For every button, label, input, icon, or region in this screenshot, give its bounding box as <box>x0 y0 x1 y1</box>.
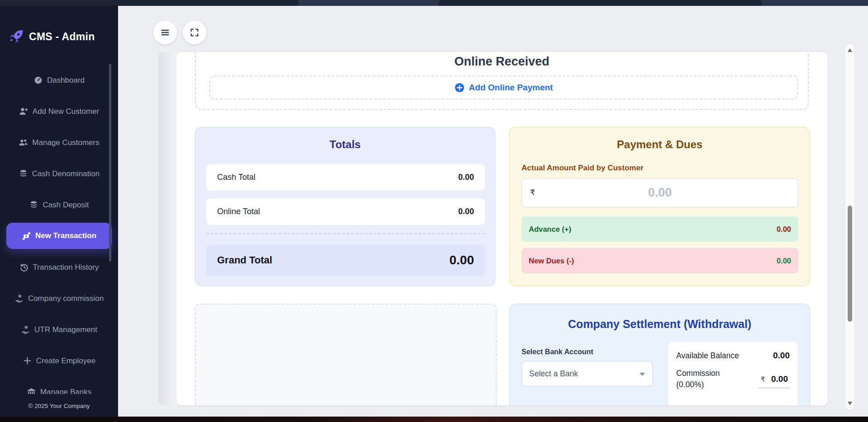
sidebar: CMS - Admin Dashboard Add New Customer M… <box>0 6 118 417</box>
totals-card: Totals Cash Total 0.00 Online Total 0.00… <box>195 127 495 286</box>
window-title-bar <box>0 0 868 6</box>
available-balance-label: Available Balance <box>676 351 739 361</box>
grand-total-label: Grand Total <box>217 254 272 266</box>
history-icon <box>19 263 29 272</box>
actual-amount-label: Actual Amount Paid by Customer <box>522 164 644 173</box>
cash-total-label: Cash Total <box>217 173 256 182</box>
rocket-icon <box>8 28 24 45</box>
scrollbar-thumb[interactable] <box>848 206 852 322</box>
payment-dues-title: Payment & Dues <box>510 138 810 151</box>
commission-label: Commission (0.00%) <box>676 368 720 390</box>
fullscreen-button[interactable] <box>183 21 206 44</box>
page-scrollbar[interactable] <box>845 43 855 410</box>
actual-amount-field: ₹ <box>522 178 798 207</box>
sidebar-item-label: Add New Customer <box>33 107 99 116</box>
sidebar-scrollbar-thumb[interactable] <box>109 64 111 262</box>
sidebar-item-label: Manage Customers <box>32 138 99 147</box>
new-dues-row: New Dues (-) 0.00 <box>522 248 798 273</box>
online-received-section: Online Received Add Online Payment <box>195 52 809 110</box>
company-settlement-card: Company Settlement (Withdrawal) Select B… <box>509 304 810 405</box>
sidebar-item-add-new-customer[interactable]: Add New Customer <box>5 96 113 127</box>
sidebar-item-transaction-history[interactable]: Transaction History <box>5 252 113 283</box>
scrollbar-up-arrow[interactable] <box>848 48 852 52</box>
cash-total-row: Cash Total 0.00 <box>206 164 485 191</box>
sidebar-nav: Dashboard Add New Customer Manage Custom… <box>0 65 118 394</box>
hand-coins-icon <box>21 325 30 334</box>
sidebar-item-label: Manage Banks <box>40 388 91 394</box>
sidebar-item-new-transaction[interactable]: New Transaction <box>6 223 112 249</box>
empty-section-placeholder <box>195 304 497 405</box>
available-balance-value: 0.00 <box>773 351 790 361</box>
sidebar-footer: © 2025 Your Company <box>0 403 118 409</box>
grand-total-row: Grand Total 0.00 <box>206 244 485 276</box>
chevron-down-icon <box>640 373 645 376</box>
app-logo: CMS - Admin <box>8 27 95 47</box>
sidebar-item-create-employee[interactable]: Create Employee <box>5 345 113 376</box>
money-transfer-icon <box>22 231 31 241</box>
plus-icon <box>23 356 32 366</box>
available-balance-row: Available Balance 0.00 <box>676 351 790 361</box>
new-dues-label: New Dues (-) <box>529 257 574 265</box>
add-online-payment-button[interactable]: Add Online Payment <box>209 75 798 99</box>
desktop-wallpaper-strip <box>0 417 868 422</box>
sidebar-item-label: Cash Deposit <box>43 201 89 210</box>
payment-dues-card: Payment & Dues Actual Amount Paid by Cus… <box>509 127 810 286</box>
hand-coins-icon <box>14 294 24 303</box>
bank-select-value: Select a Bank <box>529 369 578 379</box>
advance-value: 0.00 <box>777 225 791 234</box>
sidebar-item-label: Cash Denomination <box>32 169 100 178</box>
online-total-value: 0.00 <box>458 207 474 216</box>
plus-circle-icon <box>455 83 465 93</box>
bank-select-dropdown[interactable]: Select a Bank <box>522 361 653 386</box>
sidebar-item-label: UTR Management <box>34 325 97 334</box>
sidebar-item-manage-customers[interactable]: Manage Customers <box>5 127 113 158</box>
sidebar-item-label: Company commission <box>28 294 104 303</box>
balance-panel: Available Balance 0.00 Commission (0.00%… <box>668 342 798 405</box>
rupee-icon: ₹ <box>761 375 765 383</box>
advance-label: Advance (+) <box>529 225 571 234</box>
user-plus-icon <box>19 107 28 116</box>
coins-icon <box>29 200 38 210</box>
bank-icon <box>27 387 36 394</box>
new-dues-value: 0.00 <box>777 257 791 265</box>
commission-value: 0.00 <box>771 374 788 384</box>
fullscreen-icon <box>190 28 199 38</box>
sidebar-item-dashboard[interactable]: Dashboard <box>5 65 113 96</box>
transaction-form-card: Online Received Add Online Payment Total… <box>176 52 828 405</box>
commission-amount-field[interactable]: ₹ 0.00 <box>759 371 790 388</box>
coins-icon <box>19 169 28 178</box>
sidebar-item-label: Create Employee <box>36 356 95 366</box>
sidebar-item-cash-deposit[interactable]: Cash Deposit <box>5 189 113 220</box>
app-title: CMS - Admin <box>29 31 95 43</box>
rupee-icon: ₹ <box>530 178 535 207</box>
commission-row: Commission (0.00%) ₹ 0.00 <box>676 368 790 390</box>
sidebar-item-utr-management[interactable]: UTR Management <box>5 314 113 345</box>
sidebar-item-manage-banks[interactable]: Manage Banks <box>5 376 113 394</box>
add-online-payment-label: Add Online Payment <box>469 83 553 93</box>
users-icon <box>19 138 28 147</box>
online-total-label: Online Total <box>217 207 260 216</box>
sidebar-item-label: Dashboard <box>47 76 85 85</box>
hamburger-icon <box>160 28 170 38</box>
actual-amount-input[interactable] <box>522 178 798 207</box>
settlement-title: Company Settlement (Withdrawal) <box>510 318 810 331</box>
sidebar-item-label: New Transaction <box>35 231 96 240</box>
cash-total-value: 0.00 <box>458 173 474 182</box>
select-bank-label: Select Bank Account <box>522 348 593 356</box>
gauge-icon <box>33 75 43 85</box>
totals-title: Totals <box>195 138 495 151</box>
online-total-row: Online Total 0.00 <box>206 198 485 225</box>
title-bar-segment <box>0 0 299 6</box>
title-bar-tab <box>439 0 762 6</box>
sidebar-item-company-commission[interactable]: Company commission <box>5 283 113 314</box>
online-received-title: Online Received <box>196 55 808 69</box>
menu-toggle-button[interactable] <box>153 21 177 44</box>
sidebar-item-cash-denomination[interactable]: Cash Denomination <box>5 158 113 189</box>
sidebar-item-label: Transaction History <box>33 263 99 272</box>
totals-divider <box>206 233 485 234</box>
scrollbar-down-arrow[interactable] <box>848 402 852 405</box>
advance-row: Advance (+) 0.00 <box>522 216 798 242</box>
grand-total-value: 0.00 <box>450 253 474 267</box>
